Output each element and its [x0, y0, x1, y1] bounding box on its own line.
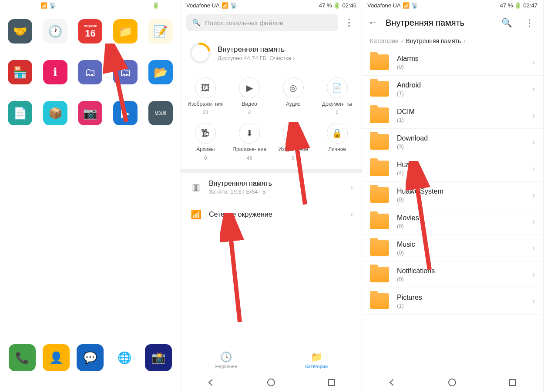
- svg-point-8: [449, 379, 456, 386]
- app-icon[interactable]: 🏪 AppGallery: [3, 60, 37, 91]
- dock-app[interactable]: 🌐: [111, 344, 138, 371]
- dock-app[interactable]: 💬: [77, 344, 104, 371]
- storage-title: Внутренняя память: [218, 45, 295, 54]
- category-item[interactable]: 📄 Докумен- ты 0: [316, 77, 358, 115]
- app-icon[interactable]: вторник16 Календарь: [74, 19, 107, 50]
- category-item[interactable]: ⬇ Приложе- ния 43: [228, 123, 271, 160]
- row-title: Сетевое окружение: [209, 211, 272, 218]
- app-icon[interactable]: 📷 Instagram: [74, 101, 107, 132]
- category-count: 2: [248, 110, 251, 115]
- clock-label: 02:46: [342, 2, 356, 9]
- folder-row[interactable]: Download (3) ›: [362, 129, 543, 155]
- folder-row[interactable]: Notifications (0) ›: [362, 261, 543, 288]
- app-label: Инструмен..: [77, 86, 104, 91]
- category-name: Изображе- ния: [188, 101, 224, 107]
- folder-count: (0): [397, 223, 524, 229]
- folder-row[interactable]: HuaweiSystem (0) ›: [362, 182, 543, 208]
- category-item[interactable]: 🖼 Изображе- ния 23: [185, 77, 227, 115]
- storage-row[interactable]: 📶 Сетевое окружение ›: [181, 202, 362, 227]
- app-icon[interactable]: 📄 Документы: [3, 101, 37, 132]
- clock-label: 02:47: [523, 2, 537, 9]
- app-icon[interactable]: 📁 Файлы: [109, 19, 142, 50]
- category-name: Докумен- ты: [322, 101, 352, 107]
- search-input[interactable]: 🔍 Поиск локальных файлов: [186, 14, 338, 31]
- category-item[interactable]: ◎ Аудио: [272, 77, 315, 115]
- recents-button[interactable]: [507, 377, 518, 388]
- category-count: 0: [204, 155, 207, 161]
- recents-button[interactable]: [145, 377, 156, 388]
- home-button[interactable]: [447, 377, 457, 388]
- folder-icon: 📁: [311, 352, 322, 363]
- bottom-tabs: 🕓 Недавнее 📁 Категории: [181, 347, 362, 373]
- app-icon[interactable]: 📂 Solid Explor..: [144, 60, 177, 91]
- category-icon: 🗜: [195, 123, 216, 144]
- folder-row[interactable]: Android (1) ›: [362, 76, 543, 102]
- app-icon[interactable]: 📝 Заметки: [144, 19, 177, 50]
- dock-app[interactable]: 📸: [145, 344, 172, 371]
- app-icon[interactable]: 🕐 Часы: [39, 19, 72, 50]
- folder-icon: [370, 134, 389, 150]
- folder-row[interactable]: Music (0) ›: [362, 235, 543, 261]
- folder-count: (1): [397, 90, 524, 97]
- folder-row[interactable]: Movies (0) ›: [362, 208, 543, 235]
- app-icon[interactable]: 🗂 Популярные: [109, 60, 142, 91]
- search-button[interactable]: 🔍: [499, 17, 515, 28]
- files-overview-screen: Vodafone UA 📶 📡 47 % 🔋 02:46 🔍 Поиск лок…: [181, 0, 362, 392]
- folder-count: (0): [397, 249, 524, 256]
- more-button[interactable]: ⋮: [523, 17, 537, 28]
- chevron-right-icon: ›: [532, 84, 535, 94]
- storage-summary[interactable]: Внутренняя память Доступно 44,74 ГБ Очис…: [181, 35, 362, 71]
- dock-app[interactable]: 👤: [43, 344, 70, 371]
- app-icon[interactable]: ℹ Советы: [39, 60, 72, 91]
- storage-row[interactable]: ▥ Внутренняя память Занято: 19,6 ГБ/64 Г…: [181, 173, 362, 202]
- tab-label: Недавнее: [215, 364, 237, 369]
- carrier-label: Vodafone UA: [367, 2, 401, 9]
- app-icon[interactable]: 🗂 Инструмен..: [74, 60, 107, 91]
- recents-button[interactable]: [326, 377, 337, 388]
- app-icon[interactable]: M3U8 M3U8Loader: [144, 101, 177, 132]
- tab-recent[interactable]: 🕓 Недавнее: [181, 347, 272, 373]
- folder-name: HuaweiSystem: [397, 188, 524, 195]
- breadcrumb-root[interactable]: Категории: [370, 37, 399, 44]
- chevron-right-icon: ›: [350, 183, 353, 192]
- back-button[interactable]: ←: [368, 17, 378, 28]
- folder-name: Pictures: [397, 294, 524, 302]
- app-label: Часы: [49, 45, 61, 50]
- page-indicator: [0, 324, 181, 327]
- category-item[interactable]: 🔒 Личное: [316, 123, 358, 160]
- category-item[interactable]: 🗜 Архивы 0: [185, 123, 227, 160]
- folder-icon: [370, 81, 389, 97]
- back-button[interactable]: [387, 377, 397, 388]
- clock-label: 02:46: [161, 2, 175, 9]
- home-screen: Vodafone UA 📶 📡 47 % 🔋 02:46 🤝 HiCare 🕐 …: [0, 0, 181, 392]
- folder-row[interactable]: DCIM (1) ›: [362, 102, 543, 129]
- app-icon[interactable]: ▶ MX Player: [109, 101, 142, 132]
- category-name: Архивы: [196, 146, 215, 152]
- more-button[interactable]: ⋮: [342, 17, 356, 28]
- breadcrumb[interactable]: Категории › Внутренняя память ›: [362, 35, 543, 49]
- back-button[interactable]: [25, 377, 35, 388]
- app-grid: 🤝 HiCare 🕐 Часы вторник16 Календарь 📁 Фа…: [0, 10, 181, 141]
- nav-bar: [0, 373, 181, 392]
- app-icon[interactable]: 📦 HD VideoBox: [39, 101, 72, 132]
- carrier-label: Vodafone UA: [5, 2, 39, 9]
- category-grid: 🖼 Изображе- ния 23 ▶ Видео 2 ◎ Аудио 📄 Д…: [181, 71, 362, 173]
- dock-app[interactable]: 📞: [9, 344, 36, 371]
- app-icon[interactable]: 🤝 HiCare: [3, 19, 37, 50]
- back-button[interactable]: [206, 377, 216, 388]
- home-button[interactable]: [85, 377, 95, 388]
- wifi-icon: 📡: [230, 2, 237, 9]
- category-item[interactable]: ★ Избран- ное 0: [272, 123, 315, 160]
- home-button[interactable]: [266, 377, 276, 388]
- category-icon: 🖼: [195, 77, 216, 98]
- folder-row[interactable]: Pictures (1) ›: [362, 288, 543, 315]
- nav-bar: [362, 373, 543, 392]
- folder-row[interactable]: Alarms (0) ›: [362, 49, 543, 76]
- tab-categories[interactable]: 📁 Категории: [272, 347, 362, 373]
- folder-name: Notifications: [397, 267, 524, 275]
- search-placeholder: Поиск локальных файлов: [205, 19, 283, 27]
- category-item[interactable]: ▶ Видео 2: [228, 77, 271, 115]
- app-label: Советы: [47, 86, 64, 91]
- folder-row[interactable]: Huawe (4) ›: [362, 155, 543, 182]
- category-count: 0: [336, 110, 339, 115]
